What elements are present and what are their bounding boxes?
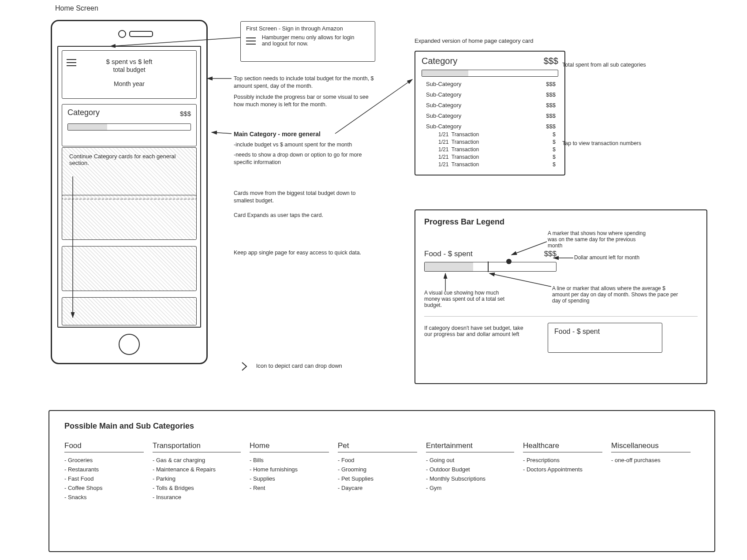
legend-avg-marker xyxy=(488,261,489,272)
subcategory-label: Sub-Category xyxy=(426,81,461,87)
anno-text: Icon to depict card can drop down xyxy=(256,362,342,369)
category-item: - Grooming xyxy=(338,466,417,473)
phone-home-button[interactable] xyxy=(119,334,140,355)
summary-spent-vs-left: $ spent vs $ left xyxy=(62,58,196,65)
transaction-date: 1/21 Transaction xyxy=(438,146,479,153)
legend-note-visual: A visual cue showing how much money was … xyxy=(424,290,512,308)
transaction-date: 1/21 Transaction xyxy=(438,161,479,168)
category-item: - Gym xyxy=(426,485,514,491)
transaction-row[interactable]: 1/21 Transaction$ xyxy=(438,146,556,153)
subcategory-amount: $$$ xyxy=(546,112,556,119)
legend-divider xyxy=(424,316,698,317)
category-item: - Food xyxy=(338,457,417,463)
category-item: - Home furnishings xyxy=(250,466,329,473)
subcategory-amount: $$$ xyxy=(546,91,556,98)
transaction-amount: $ xyxy=(553,154,556,160)
category-item: - Groceries xyxy=(64,457,144,463)
category-item: - Doctors Appointments xyxy=(523,466,602,473)
side-note-total: Total spent from all sub categories xyxy=(562,62,664,68)
callout-body: Hamburger menu only allows for login and… xyxy=(262,34,355,47)
transaction-row[interactable]: 1/21 Transaction$ xyxy=(438,139,556,145)
legend-no-budget-note: If category doesn't have set budget, tak… xyxy=(424,325,530,337)
phone-screen: $ spent vs $ left total budget Month yea… xyxy=(57,46,201,328)
anno-top-section: Top section needs to include total budge… xyxy=(234,75,375,108)
subcategory-row[interactable]: Sub-Category$$$ xyxy=(426,102,556,108)
anno-text: Top section needs to include total budge… xyxy=(234,75,375,90)
category-item: - Monthly Subscriptions xyxy=(426,475,514,482)
subcategory-row[interactable]: Sub-Category$$$ xyxy=(426,112,556,119)
placeholder-card xyxy=(62,195,197,240)
category-item: - Parking xyxy=(153,475,241,482)
anno-main-category: Main Category - more general -include bu… xyxy=(234,130,375,166)
legend-note-avg: A line or marker that allows where the a… xyxy=(552,285,680,304)
category-item: - Fast Food xyxy=(64,475,144,482)
subcategory-label: Sub-Category xyxy=(426,102,461,108)
category-column: Pet- Food- Grooming- Pet Supplies- Dayca… xyxy=(338,441,417,503)
category-item: - Outdoor Budget xyxy=(426,466,514,473)
category-column: Miscellaneous- one-off purchases xyxy=(611,441,691,503)
category-item: - Supplies xyxy=(250,475,329,482)
expanded-progress-bar xyxy=(422,70,558,77)
transaction-amount: $ xyxy=(553,146,556,153)
legend-progress-bar xyxy=(424,262,557,272)
category-column-header: Entertainment xyxy=(426,441,514,452)
category-column: Entertainment- Going out- Outdoor Budget… xyxy=(426,441,514,503)
category-column: Healthcare- Prescriptions- Doctors Appoi… xyxy=(523,441,602,503)
first-screen-callout: First Screen - Sign in through Amazon Ha… xyxy=(240,21,375,62)
category-item: - one-off purchases xyxy=(611,457,691,463)
chevron-right-icon xyxy=(240,362,248,371)
svg-line-2 xyxy=(212,132,232,134)
hamburger-icon[interactable] xyxy=(67,57,76,68)
category-card-title: Category xyxy=(67,108,100,117)
transaction-date: 1/21 Transaction xyxy=(438,154,479,160)
categories-panel: Possible Main and Sub Categories Food- G… xyxy=(49,410,715,552)
legend-prev-month-marker xyxy=(506,259,512,264)
transaction-row[interactable]: 1/21 Transaction$ xyxy=(438,161,556,168)
placeholder-card xyxy=(62,246,197,291)
category-card-amount: $$$ xyxy=(180,110,191,117)
subcategory-label: Sub-Category xyxy=(426,91,461,98)
expanded-header: Category xyxy=(422,56,457,66)
category-item: - Maintenance & Repairs xyxy=(153,466,241,473)
callout-title: First Screen - Sign in through Amazon xyxy=(246,25,370,32)
category-column-header: Food xyxy=(64,441,144,452)
summary-card[interactable]: $ spent vs $ left total budget Month yea… xyxy=(62,50,197,99)
category-column-header: Healthcare xyxy=(523,441,602,452)
phone-camera-dot xyxy=(118,30,126,38)
legend-amount: $$$ xyxy=(544,250,557,258)
subcategory-row[interactable]: Sub-Category$$$ xyxy=(426,91,556,98)
transaction-row[interactable]: 1/21 Transaction$ xyxy=(438,131,556,138)
category-column: Transportation- Gas & car charging- Main… xyxy=(153,441,241,503)
category-item: - Tolls & Bridges xyxy=(153,485,241,491)
category-column: Home- Bills- Home furnishings- Supplies-… xyxy=(250,441,329,503)
subcategory-amount: $$$ xyxy=(546,81,556,87)
expand-chevron-note: Icon to depict card can drop down xyxy=(240,362,342,371)
expanded-category-card[interactable]: Category $$$ Sub-Category$$$Sub-Category… xyxy=(415,51,565,175)
transaction-date: 1/21 Transaction xyxy=(438,131,479,138)
legend-note-dollar: Dollar amount left for month xyxy=(574,254,676,261)
anno-text: -needs to show a drop down or option to … xyxy=(234,151,375,166)
anno-header: Main Category - more general xyxy=(234,130,375,138)
category-item: - Coffee Shops xyxy=(64,485,144,491)
anno-text: -include budget vs $ amount spent for th… xyxy=(234,141,375,149)
subcategory-row[interactable]: Sub-Category$$$ xyxy=(426,81,556,87)
subcategory-row[interactable]: Sub-Category$$$ xyxy=(426,123,556,130)
category-column-header: Home xyxy=(250,441,329,452)
legend-label: Food - $ spent xyxy=(424,250,473,258)
progress-bar-legend: Progress Bar Legend Food - $ spent $$$ A… xyxy=(415,209,707,384)
category-item: - Bills xyxy=(250,457,329,463)
transaction-amount: $ xyxy=(553,139,556,145)
category-column-header: Pet xyxy=(338,441,417,452)
transaction-amount: $ xyxy=(553,161,556,168)
legend-note-marker: A marker that shows how where spending w… xyxy=(548,230,649,249)
anno-cards-order: Cards move from the biggest total budget… xyxy=(234,190,375,205)
category-item: - Snacks xyxy=(64,494,144,500)
transaction-date: 1/21 Transaction xyxy=(438,139,479,145)
category-progress-bar xyxy=(67,123,191,131)
category-card[interactable]: Category $$$ xyxy=(62,104,197,146)
continue-note: Continue Category cards for each general… xyxy=(69,153,189,166)
phone-speaker-bar xyxy=(129,31,153,37)
transaction-row[interactable]: 1/21 Transaction$ xyxy=(438,154,556,160)
expanded-card-title: Expanded version of home page category c… xyxy=(415,37,534,44)
category-item: - Daycare xyxy=(338,485,417,491)
